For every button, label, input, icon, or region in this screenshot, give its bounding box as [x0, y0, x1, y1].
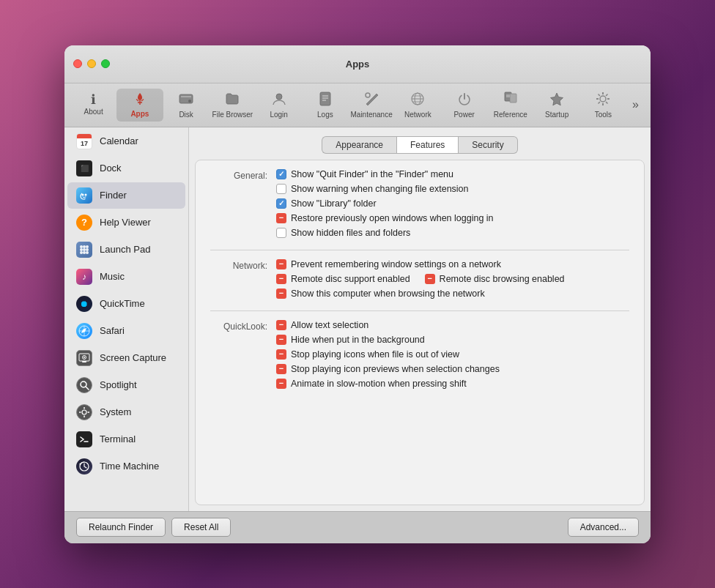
toolbar-reference[interactable]: Reference — [487, 88, 533, 122]
sidebar-item-timemachine[interactable]: Time Machine — [67, 453, 185, 480]
titlebar: Apps — [64, 45, 651, 83]
minus-stop-playing-icons[interactable] — [276, 349, 286, 360]
maximize-button[interactable] — [101, 59, 110, 68]
section-network: Network: Prevent remembering window sett… — [210, 259, 629, 299]
minus-remote-disc-support[interactable] — [276, 274, 286, 284]
checkbox-warning-extension[interactable] — [276, 184, 286, 194]
tab-security[interactable]: Security — [459, 136, 517, 154]
toolbar: ℹ About Apps — [64, 83, 651, 127]
checkbox-quit-finder[interactable] — [276, 169, 286, 179]
setting-restore-windows: Restore previously open windows when log… — [276, 213, 629, 223]
sidebar-item-music[interactable]: ♪ Music — [67, 264, 185, 290]
section-general-label: General: — [210, 169, 276, 238]
setting-library-folder: Show "Library" folder — [276, 198, 629, 209]
terminal-icon — [76, 431, 92, 447]
maintenance-icon — [363, 91, 379, 109]
tabs-bar: Appearance Features Security — [189, 127, 651, 160]
safari-icon — [76, 323, 92, 339]
sidebar-item-terminal[interactable]: Terminal — [67, 426, 185, 453]
calendar-icon: 17 — [76, 133, 92, 149]
setting-stop-playing-previews: Stop playing icon previews when selectio… — [276, 364, 629, 374]
section-general: General: Show "Quit Finder" in the "Find… — [210, 169, 629, 238]
svg-line-26 — [606, 94, 607, 95]
quicktime-icon: ⏺ — [76, 296, 92, 312]
toolbar-network[interactable]: Network — [395, 88, 441, 122]
setting-warning-extension-text: Show warning when changing file extensio… — [291, 184, 469, 194]
setting-animate-slowmotion-text: Animate in slow-motion when pressing shi… — [291, 379, 467, 389]
setting-stop-playing-icons-text: Stop playing icons when file is out of v… — [291, 349, 459, 360]
checkbox-library-folder[interactable] — [276, 198, 286, 209]
filebrowser-icon — [224, 91, 240, 109]
svg-point-28 — [78, 190, 90, 201]
svg-line-25 — [606, 102, 607, 103]
sidebar-item-spotlight[interactable]: Spotlight — [67, 372, 185, 398]
dock-icon: ⬛ — [76, 160, 92, 176]
minimize-button[interactable] — [87, 59, 96, 68]
power-icon — [456, 91, 473, 109]
section-general-items: Show "Quit Finder" in the "Finder" menu … — [276, 169, 629, 238]
svg-rect-1 — [181, 96, 191, 97]
minus-stop-playing-previews[interactable] — [276, 364, 286, 374]
finder-icon — [76, 187, 92, 204]
minus-animate-slowmotion[interactable] — [276, 379, 286, 389]
svg-marker-43 — [81, 328, 86, 333]
reset-all-button[interactable]: Reset All — [171, 518, 231, 537]
setting-remote-disc-browsing-text: Remote disc browsing enabled — [440, 274, 565, 284]
divider-1 — [210, 250, 629, 250]
toolbar-apps[interactable]: Apps — [116, 89, 163, 122]
minus-show-computer[interactable] — [276, 289, 286, 299]
apps-icon — [133, 92, 147, 108]
window-title: Apps — [346, 59, 370, 70]
sidebar-item-dock[interactable]: ⬛ Dock — [67, 155, 185, 182]
minus-allow-text[interactable] — [276, 320, 286, 330]
minus-hide-background[interactable] — [276, 335, 286, 345]
toolbar-login[interactable]: Login — [256, 88, 302, 122]
setting-show-computer: Show this computer when browsing the net… — [276, 289, 629, 299]
relaunch-finder-button[interactable]: Relaunch Finder — [76, 518, 166, 537]
section-quicklook-label: QuickLook: — [210, 320, 276, 389]
helpviewer-icon: ? — [76, 215, 92, 231]
svg-point-36 — [86, 248, 89, 251]
toolbar-about[interactable]: ℹ About — [70, 90, 116, 119]
toolbar-more-button[interactable]: » — [626, 95, 645, 114]
advanced-button[interactable]: Advanced... — [568, 518, 639, 537]
screencapture-icon — [76, 350, 92, 366]
sidebar-item-safari[interactable]: Safari — [67, 318, 185, 344]
svg-point-19 — [600, 96, 606, 102]
divider-2 — [210, 310, 629, 311]
setting-allow-text: Allow text selection — [276, 320, 629, 330]
toolbar-disk[interactable]: Disk — [163, 88, 210, 122]
section-network-label: Network: — [210, 259, 276, 299]
settings-panel: General: Show "Quit Finder" in the "Find… — [195, 160, 645, 505]
sidebar-item-finder[interactable]: Finder — [67, 182, 185, 209]
setting-allow-text-text: Allow text selection — [291, 320, 368, 330]
toolbar-maintenance[interactable]: Maintenance — [349, 88, 395, 122]
toolbar-logs[interactable]: Logs — [302, 88, 348, 122]
svg-rect-15 — [510, 94, 516, 103]
toolbar-filebrowser[interactable]: File Browser — [210, 88, 256, 122]
tab-appearance[interactable]: Appearance — [322, 136, 396, 154]
section-quicklook: QuickLook: Allow text selection Hide whe… — [210, 320, 629, 389]
tab-features[interactable]: Features — [396, 136, 459, 154]
svg-marker-18 — [551, 93, 563, 105]
minus-restore-windows[interactable] — [276, 213, 286, 223]
sidebar-item-calendar[interactable]: 17 Calendar — [67, 128, 185, 155]
sidebar-item-system[interactable]: System — [67, 399, 185, 425]
sidebar-item-launchpad[interactable]: Launch Pad — [67, 237, 185, 263]
close-button[interactable] — [73, 59, 82, 68]
sidebar-item-helpviewer[interactable]: ? Help Viewer — [67, 209, 185, 236]
toolbar-tools[interactable]: Tools — [580, 88, 626, 122]
svg-point-34 — [80, 248, 83, 251]
setting-prevent-network-text: Prevent remembering window settings on a… — [291, 259, 501, 269]
minus-remote-disc-browsing[interactable] — [425, 274, 435, 284]
sidebar-item-quicktime[interactable]: ⏺ QuickTime — [67, 291, 185, 317]
toolbar-power[interactable]: Power — [441, 88, 487, 122]
checkbox-hidden-files[interactable] — [276, 228, 286, 238]
minus-prevent-network[interactable] — [276, 259, 286, 269]
svg-point-32 — [83, 245, 86, 248]
svg-point-39 — [86, 251, 89, 254]
disk-icon — [178, 91, 194, 109]
sidebar-item-screencapture[interactable]: Screen Capture — [67, 345, 185, 371]
toolbar-startup[interactable]: Startup — [534, 88, 580, 122]
content-panel: Appearance Features Security General: Sh… — [189, 127, 651, 511]
